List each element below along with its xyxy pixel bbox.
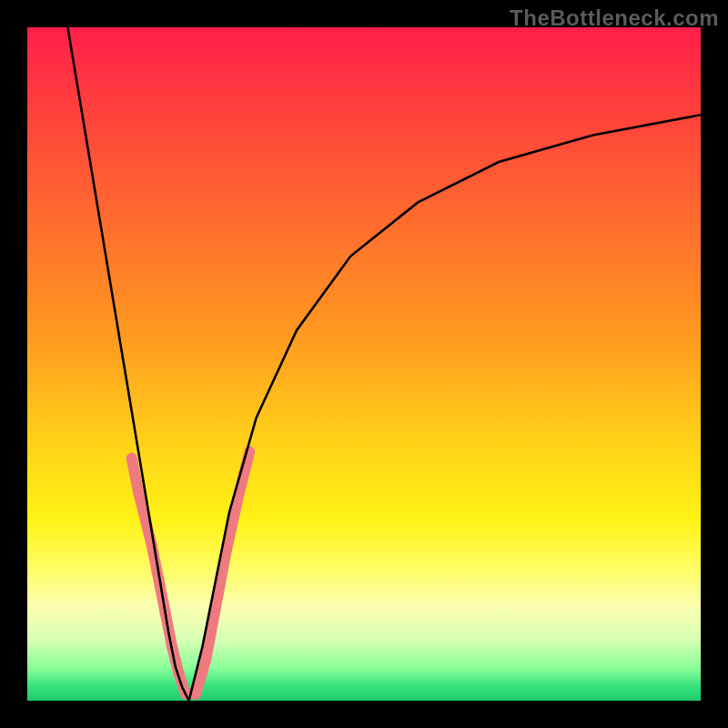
chart-frame: TheBottleneck.com	[0, 0, 728, 728]
curve-svg	[27, 27, 701, 701]
highlight-markers	[132, 451, 250, 693]
bottleneck-curve-left	[67, 27, 188, 701]
plot-area	[27, 27, 701, 701]
bottleneck-curve-right	[189, 115, 701, 701]
highlight-segment	[206, 606, 216, 660]
highlight-segment	[216, 552, 226, 606]
